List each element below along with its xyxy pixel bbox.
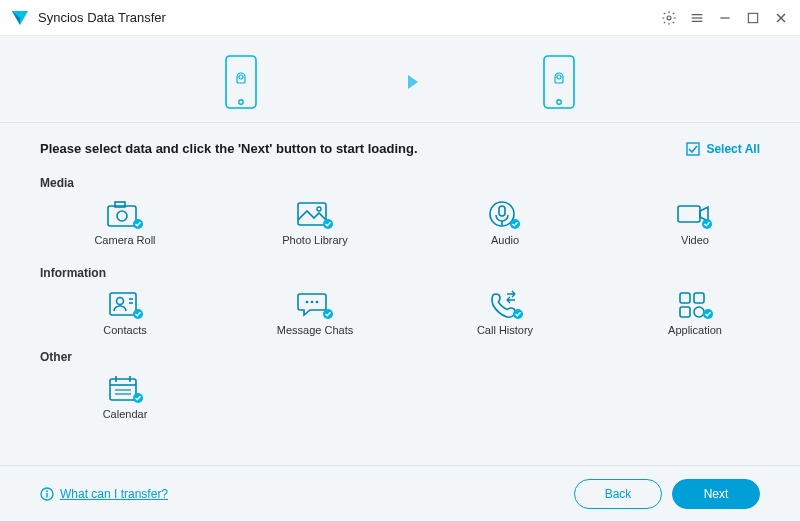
svg-rect-39 [680, 307, 690, 317]
item-label: Audio [491, 234, 519, 246]
svg-point-33 [311, 301, 314, 304]
devices-row [0, 36, 800, 122]
svg-rect-25 [678, 206, 700, 222]
information-grid: Contacts Message Chats Call History Appl… [40, 288, 760, 336]
item-label: Calendar [103, 408, 148, 420]
title-right [660, 9, 790, 27]
svg-point-10 [239, 75, 243, 79]
svg-rect-51 [46, 493, 47, 497]
svg-point-12 [557, 100, 561, 104]
calendar-icon [105, 372, 145, 404]
select-all-toggle[interactable]: Select All [686, 142, 760, 156]
svg-point-32 [306, 301, 309, 304]
select-all-checkbox-icon [686, 142, 700, 156]
gear-icon[interactable] [660, 9, 678, 27]
item-camera-roll[interactable]: Camera Roll [80, 198, 170, 246]
arrow-icon [380, 70, 420, 94]
contacts-icon [105, 288, 145, 320]
maximize-icon[interactable] [744, 9, 762, 27]
item-application[interactable]: Application [650, 288, 740, 336]
svg-point-34 [316, 301, 319, 304]
svg-point-17 [117, 211, 127, 221]
media-grid: Camera Roll Photo Library Audio Video [40, 198, 760, 246]
help-link-label: What can I transfer? [60, 487, 168, 501]
app-logo-icon [10, 8, 30, 28]
section-title-information: Information [40, 266, 760, 280]
svg-rect-14 [687, 143, 699, 155]
item-audio[interactable]: Audio [460, 198, 550, 246]
message-chats-icon [295, 288, 335, 320]
app-title: Syncios Data Transfer [38, 10, 660, 25]
item-label: Video [681, 234, 709, 246]
svg-point-50 [46, 490, 48, 492]
footer-bar: What can I transfer? Back Next [0, 465, 800, 521]
svg-point-0 [667, 16, 671, 20]
video-icon [675, 198, 715, 230]
source-device-icon [222, 54, 260, 110]
section-title-media: Media [40, 176, 760, 190]
content-area: Please select data and click the 'Next' … [0, 122, 800, 420]
instruction-row: Please select data and click the 'Next' … [40, 141, 760, 156]
item-video[interactable]: Video [650, 198, 740, 246]
item-label: Call History [477, 324, 533, 336]
item-calendar[interactable]: Calendar [80, 372, 170, 420]
svg-point-9 [239, 100, 243, 104]
svg-rect-16 [115, 202, 125, 207]
back-button[interactable]: Back [574, 479, 662, 509]
item-photo-library[interactable]: Photo Library [270, 198, 360, 246]
svg-rect-38 [694, 293, 704, 303]
svg-point-40 [694, 307, 704, 317]
item-label: Camera Roll [94, 234, 155, 246]
photo-library-icon [295, 198, 335, 230]
title-bar: Syncios Data Transfer [0, 0, 800, 36]
item-message-chats[interactable]: Message Chats [270, 288, 360, 336]
instruction-text: Please select data and click the 'Next' … [40, 141, 418, 156]
menu-icon[interactable] [688, 9, 706, 27]
item-label: Application [668, 324, 722, 336]
svg-point-28 [117, 298, 124, 305]
call-history-icon [485, 288, 525, 320]
svg-point-20 [317, 207, 321, 211]
svg-rect-15 [108, 206, 136, 226]
help-link[interactable]: What can I transfer? [40, 487, 564, 501]
other-grid: Calendar [40, 372, 760, 420]
svg-rect-37 [680, 293, 690, 303]
application-icon [675, 288, 715, 320]
target-device-icon [540, 54, 578, 110]
item-call-history[interactable]: Call History [460, 288, 550, 336]
select-all-label: Select All [706, 142, 760, 156]
svg-rect-5 [748, 13, 757, 22]
item-label: Message Chats [277, 324, 353, 336]
info-icon [40, 487, 54, 501]
audio-icon [485, 198, 525, 230]
svg-rect-19 [298, 203, 326, 225]
svg-point-13 [557, 75, 561, 79]
item-contacts[interactable]: Contacts [80, 288, 170, 336]
item-label: Photo Library [282, 234, 347, 246]
section-title-other: Other [40, 350, 760, 364]
next-button[interactable]: Next [672, 479, 760, 509]
close-icon[interactable] [772, 9, 790, 27]
item-label: Contacts [103, 324, 146, 336]
camera-roll-icon [105, 198, 145, 230]
svg-rect-23 [499, 206, 505, 216]
minimize-icon[interactable] [716, 9, 734, 27]
